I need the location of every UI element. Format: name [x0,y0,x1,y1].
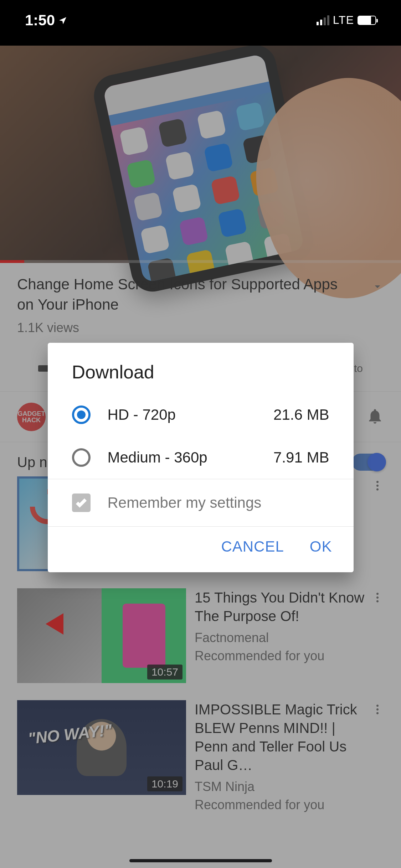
status-bar: 1:50 LTE [0,0,401,46]
battery-icon [358,16,376,25]
dialog-actions: CANCEL OK [48,527,354,572]
quality-label: HD - 720p [108,406,257,423]
radio-icon[interactable] [72,448,91,467]
ok-button[interactable]: OK [310,538,332,555]
dialog-title: Download [48,343,354,393]
checkbox-icon[interactable] [72,494,91,512]
quality-option-medium[interactable]: Medium - 360p 7.91 MB [48,436,354,479]
quality-option-hd[interactable]: HD - 720p 21.6 MB [48,393,354,436]
quality-size: 7.91 MB [273,449,329,466]
cancel-button[interactable]: CANCEL [221,538,284,555]
download-dialog: Download HD - 720p 21.6 MB Medium - 360p… [48,343,354,572]
quality-label: Medium - 360p [108,449,257,466]
location-icon [58,16,67,25]
app-content: Change Home Screen Icons for Supported A… [0,46,401,868]
quality-size: 21.6 MB [273,406,329,423]
cellular-signal-icon [317,15,329,25]
remember-settings-row[interactable]: Remember my settings [48,479,354,526]
network-label: LTE [333,14,354,27]
radio-icon[interactable] [72,405,91,424]
home-indicator[interactable] [129,859,272,862]
remember-label: Remember my settings [108,494,262,511]
status-time: 1:50 [25,12,55,29]
